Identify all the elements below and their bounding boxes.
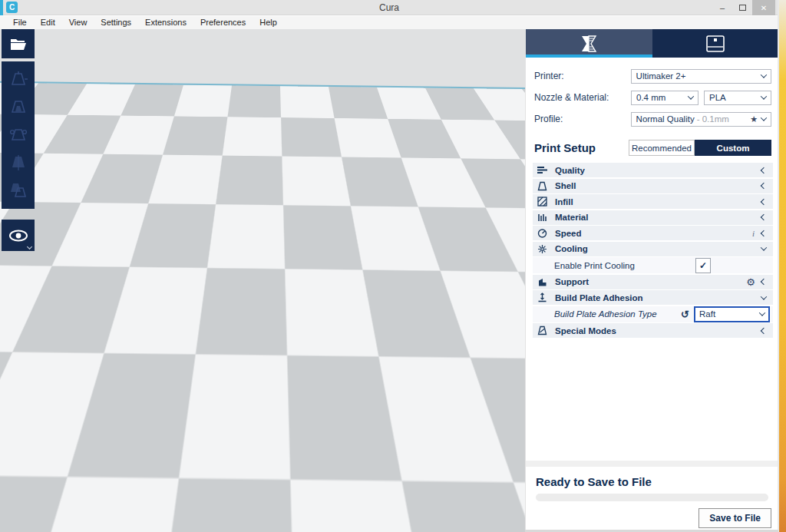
maximize-button[interactable] [732,0,752,15]
category-quality[interactable]: Quality [533,163,773,177]
category-special-modes[interactable]: Special Modes [533,323,773,338]
menu-edit[interactable]: Edit [34,16,62,29]
menu-view[interactable]: View [62,16,94,29]
minimize-button[interactable]: – [712,0,732,15]
profile-select[interactable]: Normal Quality - 0.1mm ★ [631,112,771,127]
star-icon: ★ [750,114,758,124]
category-label: Build Plate Adhesion [555,293,761,302]
nozzle-select[interactable]: 0.4 mm [631,91,698,105]
edit-name-icon[interactable]: ✎ [509,480,517,491]
speed-icon [537,228,549,238]
printer-value: Ultimaker 2+ [636,71,761,81]
gear-icon[interactable]: ⚙ [746,276,755,288]
cooling-icon [537,244,549,254]
model-info: UM2_LOGOlastRP✎ 43.8 x 32.6 x 38.3 mm 07… [377,480,517,521]
category-label: Material [555,213,761,222]
scale-tool-icon[interactable] [2,94,35,121]
chevron-down-icon [761,71,767,78]
material-usage-icon [441,511,451,521]
desktop-background-strip [779,0,786,532]
category-cooling[interactable]: Cooling [533,242,773,256]
category-build-plate-adhesion[interactable]: Build Plate Adhesion [533,290,773,305]
printer-select[interactable]: Ultimaker 2+ [631,69,771,84]
category-label: Shell [555,181,761,190]
mirror-tool-icon[interactable] [2,150,35,176]
printer-label: Printer: [534,71,631,81]
category-label: Special Modes [555,326,761,335]
mode-recommended-button[interactable]: Recommended [629,140,695,156]
view-mode-button[interactable] [2,220,35,251]
chevron-collapsed-icon [761,327,767,333]
material-icon [537,213,549,223]
tab-print-monitor[interactable] [652,29,779,58]
setting-enable-print-cooling: Enable Print Cooling ✓ [533,257,773,273]
per-model-settings-icon[interactable] [2,177,35,203]
maximize-icon [739,5,746,11]
adhesion-icon [537,292,549,302]
open-file-button[interactable] [2,29,35,58]
print-time: 07h 40min [392,511,438,521]
cura-logo-text: cura [12,495,69,527]
rotate-tool-icon[interactable] [2,122,35,148]
output-area: Ready to Save to File Save to File [526,461,778,532]
category-speed[interactable]: Speed i [533,226,773,240]
chevron-down-icon [27,244,32,249]
category-label: Cooling [555,244,761,253]
menu-preferences[interactable]: Preferences [193,16,253,29]
settings-panel: Printer: Ultimaker 2+ Nozzle & Material:… [525,29,778,532]
menu-file[interactable]: File [6,16,34,29]
category-label: Infill [555,197,761,207]
chevron-collapsed-icon [761,198,767,204]
close-button[interactable]: ✕ [752,0,775,15]
mode-custom-button[interactable]: Custom [695,140,771,156]
infill-icon [537,197,549,207]
adhesion-type-value: Raft [699,309,760,319]
enable-print-cooling-checkbox[interactable]: ✓ [695,258,711,273]
profile-detail: - 0.1mm [697,114,750,124]
adhesion-type-dropdown[interactable]: Raft [694,306,770,322]
open-folder-icon [9,36,28,51]
print-time-icon [377,510,388,521]
menu-settings[interactable]: Settings [94,16,138,29]
move-tool-icon[interactable] [2,67,35,93]
info-icon[interactable]: i [752,229,755,238]
model-dimensions: 43.8 x 32.6 x 38.3 mm [377,495,517,506]
chevron-collapsed-icon [761,183,767,189]
tab-print-setup[interactable] [526,29,652,58]
chevron-collapsed-icon [761,279,767,285]
machine-config: Printer: Ultimaker 2+ Nozzle & Material:… [526,58,778,130]
chevron-collapsed-icon [761,167,767,173]
nozzle-material-label: Nozzle & Material: [534,92,631,103]
nozzle-value: 0.4 mm [636,93,689,102]
menu-bar: File Edit View Settings Extensions Prefe… [0,16,778,29]
category-infill[interactable]: Infill [533,194,773,209]
setting-label: Build Plate Adhesion Type [554,309,681,319]
chevron-down-icon [759,309,765,316]
model-3dmart[interactable]: 3DMART 3DMART [162,221,366,415]
material-usage: 3.30 m / ~ 26 g [454,511,517,521]
category-shell[interactable]: Shell [533,179,773,193]
model-text: 3DMART [205,363,322,393]
quality-icon [537,165,549,175]
category-support[interactable]: Support ⚙ [533,275,773,289]
tool-group [2,61,35,209]
window-title: Cura [0,0,778,15]
cura-logo: cura. [12,495,76,527]
chevron-expanded-icon [761,293,767,299]
reset-icon[interactable]: ↺ [681,309,689,320]
menu-help[interactable]: Help [253,16,284,29]
model-name: UM2_LOGOlastRP [418,480,504,491]
panel-tabs [526,29,778,58]
save-to-file-button[interactable]: Save to File [698,508,771,528]
3d-viewport[interactable]: 3DMART 3DMART [0,29,525,532]
divider [526,461,778,467]
menu-extensions[interactable]: Extensions [138,16,193,29]
chevron-collapsed-icon [761,230,767,236]
chevron-down-icon [761,114,767,121]
check-icon: ✓ [699,260,707,271]
setting-label: Enable Print Cooling [554,261,695,270]
progress-bar [536,494,768,501]
category-material[interactable]: Material [533,210,773,225]
material-select[interactable]: PLA [704,91,771,105]
profile-value: Normal Quality [636,114,695,124]
